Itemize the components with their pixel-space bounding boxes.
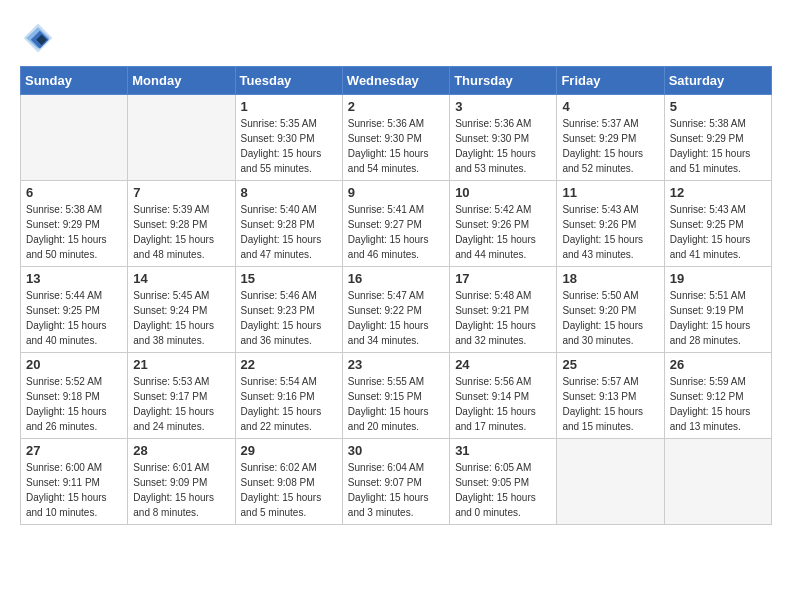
day-number: 15 bbox=[241, 271, 337, 286]
weekday-header-friday: Friday bbox=[557, 67, 664, 95]
calendar-cell: 24Sunrise: 5:56 AM Sunset: 9:14 PM Dayli… bbox=[450, 353, 557, 439]
day-info: Sunrise: 5:52 AM Sunset: 9:18 PM Dayligh… bbox=[26, 374, 122, 434]
calendar-week-4: 20Sunrise: 5:52 AM Sunset: 9:18 PM Dayli… bbox=[21, 353, 772, 439]
day-info: Sunrise: 5:39 AM Sunset: 9:28 PM Dayligh… bbox=[133, 202, 229, 262]
day-number: 27 bbox=[26, 443, 122, 458]
weekday-header-wednesday: Wednesday bbox=[342, 67, 449, 95]
day-info: Sunrise: 5:43 AM Sunset: 9:26 PM Dayligh… bbox=[562, 202, 658, 262]
day-info: Sunrise: 6:02 AM Sunset: 9:08 PM Dayligh… bbox=[241, 460, 337, 520]
calendar-cell: 19Sunrise: 5:51 AM Sunset: 9:19 PM Dayli… bbox=[664, 267, 771, 353]
calendar-week-1: 1Sunrise: 5:35 AM Sunset: 9:30 PM Daylig… bbox=[21, 95, 772, 181]
calendar-cell: 27Sunrise: 6:00 AM Sunset: 9:11 PM Dayli… bbox=[21, 439, 128, 525]
day-number: 29 bbox=[241, 443, 337, 458]
calendar-table: SundayMondayTuesdayWednesdayThursdayFrid… bbox=[20, 66, 772, 525]
weekday-header-saturday: Saturday bbox=[664, 67, 771, 95]
weekday-header-monday: Monday bbox=[128, 67, 235, 95]
day-info: Sunrise: 5:35 AM Sunset: 9:30 PM Dayligh… bbox=[241, 116, 337, 176]
day-info: Sunrise: 5:36 AM Sunset: 9:30 PM Dayligh… bbox=[348, 116, 444, 176]
day-number: 28 bbox=[133, 443, 229, 458]
day-number: 2 bbox=[348, 99, 444, 114]
weekday-header-sunday: Sunday bbox=[21, 67, 128, 95]
day-info: Sunrise: 5:50 AM Sunset: 9:20 PM Dayligh… bbox=[562, 288, 658, 348]
calendar-week-2: 6Sunrise: 5:38 AM Sunset: 9:29 PM Daylig… bbox=[21, 181, 772, 267]
calendar-cell: 1Sunrise: 5:35 AM Sunset: 9:30 PM Daylig… bbox=[235, 95, 342, 181]
day-info: Sunrise: 5:42 AM Sunset: 9:26 PM Dayligh… bbox=[455, 202, 551, 262]
day-number: 23 bbox=[348, 357, 444, 372]
day-info: Sunrise: 6:01 AM Sunset: 9:09 PM Dayligh… bbox=[133, 460, 229, 520]
day-number: 17 bbox=[455, 271, 551, 286]
calendar-cell: 12Sunrise: 5:43 AM Sunset: 9:25 PM Dayli… bbox=[664, 181, 771, 267]
weekday-header-tuesday: Tuesday bbox=[235, 67, 342, 95]
day-number: 11 bbox=[562, 185, 658, 200]
day-number: 1 bbox=[241, 99, 337, 114]
calendar-header-row: SundayMondayTuesdayWednesdayThursdayFrid… bbox=[21, 67, 772, 95]
calendar-cell: 17Sunrise: 5:48 AM Sunset: 9:21 PM Dayli… bbox=[450, 267, 557, 353]
day-number: 4 bbox=[562, 99, 658, 114]
day-number: 20 bbox=[26, 357, 122, 372]
day-number: 13 bbox=[26, 271, 122, 286]
day-number: 9 bbox=[348, 185, 444, 200]
calendar-week-5: 27Sunrise: 6:00 AM Sunset: 9:11 PM Dayli… bbox=[21, 439, 772, 525]
day-number: 25 bbox=[562, 357, 658, 372]
calendar-cell: 8Sunrise: 5:40 AM Sunset: 9:28 PM Daylig… bbox=[235, 181, 342, 267]
calendar-cell: 14Sunrise: 5:45 AM Sunset: 9:24 PM Dayli… bbox=[128, 267, 235, 353]
day-number: 14 bbox=[133, 271, 229, 286]
calendar-cell bbox=[664, 439, 771, 525]
day-info: Sunrise: 5:54 AM Sunset: 9:16 PM Dayligh… bbox=[241, 374, 337, 434]
calendar-cell: 18Sunrise: 5:50 AM Sunset: 9:20 PM Dayli… bbox=[557, 267, 664, 353]
day-number: 10 bbox=[455, 185, 551, 200]
calendar-cell: 26Sunrise: 5:59 AM Sunset: 9:12 PM Dayli… bbox=[664, 353, 771, 439]
day-info: Sunrise: 5:38 AM Sunset: 9:29 PM Dayligh… bbox=[670, 116, 766, 176]
calendar-cell: 5Sunrise: 5:38 AM Sunset: 9:29 PM Daylig… bbox=[664, 95, 771, 181]
day-info: Sunrise: 5:40 AM Sunset: 9:28 PM Dayligh… bbox=[241, 202, 337, 262]
day-info: Sunrise: 5:37 AM Sunset: 9:29 PM Dayligh… bbox=[562, 116, 658, 176]
day-info: Sunrise: 5:43 AM Sunset: 9:25 PM Dayligh… bbox=[670, 202, 766, 262]
calendar-cell: 10Sunrise: 5:42 AM Sunset: 9:26 PM Dayli… bbox=[450, 181, 557, 267]
weekday-header-thursday: Thursday bbox=[450, 67, 557, 95]
day-number: 30 bbox=[348, 443, 444, 458]
calendar-cell bbox=[21, 95, 128, 181]
day-number: 18 bbox=[562, 271, 658, 286]
day-info: Sunrise: 5:57 AM Sunset: 9:13 PM Dayligh… bbox=[562, 374, 658, 434]
day-info: Sunrise: 5:55 AM Sunset: 9:15 PM Dayligh… bbox=[348, 374, 444, 434]
day-info: Sunrise: 5:36 AM Sunset: 9:30 PM Dayligh… bbox=[455, 116, 551, 176]
calendar-cell bbox=[128, 95, 235, 181]
day-info: Sunrise: 5:45 AM Sunset: 9:24 PM Dayligh… bbox=[133, 288, 229, 348]
calendar-cell bbox=[557, 439, 664, 525]
day-info: Sunrise: 5:56 AM Sunset: 9:14 PM Dayligh… bbox=[455, 374, 551, 434]
calendar-cell: 7Sunrise: 5:39 AM Sunset: 9:28 PM Daylig… bbox=[128, 181, 235, 267]
calendar-cell: 3Sunrise: 5:36 AM Sunset: 9:30 PM Daylig… bbox=[450, 95, 557, 181]
calendar-cell: 25Sunrise: 5:57 AM Sunset: 9:13 PM Dayli… bbox=[557, 353, 664, 439]
day-info: Sunrise: 5:47 AM Sunset: 9:22 PM Dayligh… bbox=[348, 288, 444, 348]
calendar-cell: 21Sunrise: 5:53 AM Sunset: 9:17 PM Dayli… bbox=[128, 353, 235, 439]
calendar-cell: 29Sunrise: 6:02 AM Sunset: 9:08 PM Dayli… bbox=[235, 439, 342, 525]
day-number: 22 bbox=[241, 357, 337, 372]
day-number: 24 bbox=[455, 357, 551, 372]
logo-icon bbox=[20, 20, 56, 56]
calendar-cell: 16Sunrise: 5:47 AM Sunset: 9:22 PM Dayli… bbox=[342, 267, 449, 353]
calendar-cell: 20Sunrise: 5:52 AM Sunset: 9:18 PM Dayli… bbox=[21, 353, 128, 439]
calendar-cell: 31Sunrise: 6:05 AM Sunset: 9:05 PM Dayli… bbox=[450, 439, 557, 525]
calendar-cell: 30Sunrise: 6:04 AM Sunset: 9:07 PM Dayli… bbox=[342, 439, 449, 525]
day-number: 21 bbox=[133, 357, 229, 372]
day-info: Sunrise: 5:38 AM Sunset: 9:29 PM Dayligh… bbox=[26, 202, 122, 262]
day-info: Sunrise: 6:00 AM Sunset: 9:11 PM Dayligh… bbox=[26, 460, 122, 520]
calendar-cell: 23Sunrise: 5:55 AM Sunset: 9:15 PM Dayli… bbox=[342, 353, 449, 439]
day-info: Sunrise: 5:53 AM Sunset: 9:17 PM Dayligh… bbox=[133, 374, 229, 434]
day-number: 19 bbox=[670, 271, 766, 286]
logo bbox=[20, 20, 62, 56]
calendar-cell: 28Sunrise: 6:01 AM Sunset: 9:09 PM Dayli… bbox=[128, 439, 235, 525]
calendar-cell: 2Sunrise: 5:36 AM Sunset: 9:30 PM Daylig… bbox=[342, 95, 449, 181]
calendar-cell: 11Sunrise: 5:43 AM Sunset: 9:26 PM Dayli… bbox=[557, 181, 664, 267]
calendar-cell: 9Sunrise: 5:41 AM Sunset: 9:27 PM Daylig… bbox=[342, 181, 449, 267]
day-info: Sunrise: 5:51 AM Sunset: 9:19 PM Dayligh… bbox=[670, 288, 766, 348]
day-info: Sunrise: 6:05 AM Sunset: 9:05 PM Dayligh… bbox=[455, 460, 551, 520]
day-info: Sunrise: 5:41 AM Sunset: 9:27 PM Dayligh… bbox=[348, 202, 444, 262]
calendar-cell: 6Sunrise: 5:38 AM Sunset: 9:29 PM Daylig… bbox=[21, 181, 128, 267]
day-info: Sunrise: 5:46 AM Sunset: 9:23 PM Dayligh… bbox=[241, 288, 337, 348]
day-number: 12 bbox=[670, 185, 766, 200]
day-number: 5 bbox=[670, 99, 766, 114]
calendar-cell: 4Sunrise: 5:37 AM Sunset: 9:29 PM Daylig… bbox=[557, 95, 664, 181]
calendar-cell: 22Sunrise: 5:54 AM Sunset: 9:16 PM Dayli… bbox=[235, 353, 342, 439]
day-number: 6 bbox=[26, 185, 122, 200]
